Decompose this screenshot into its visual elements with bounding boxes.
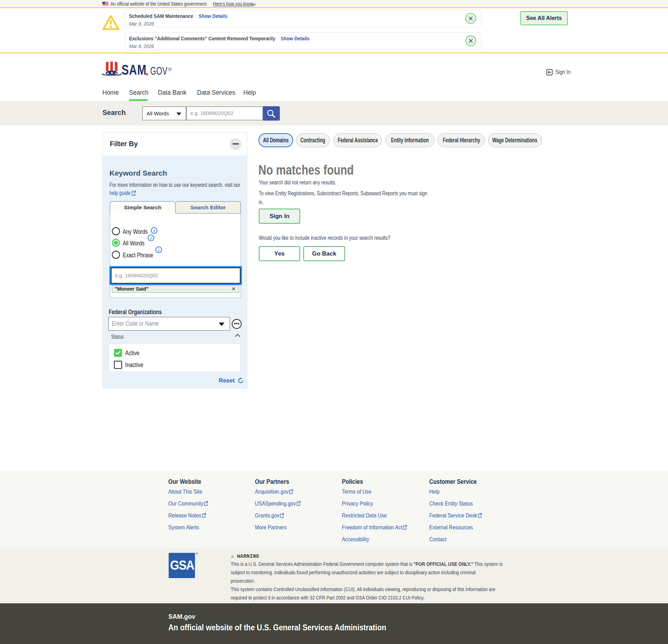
svg-text:★: ★ — [145, 72, 149, 77]
svg-text:R: R — [169, 68, 171, 70]
svg-text:★: ★ — [110, 71, 113, 75]
svg-text:★: ★ — [107, 72, 109, 75]
svg-text:SAM: SAM — [122, 62, 147, 78]
svg-text:★: ★ — [115, 72, 117, 75]
svg-text:GOV: GOV — [150, 65, 168, 77]
